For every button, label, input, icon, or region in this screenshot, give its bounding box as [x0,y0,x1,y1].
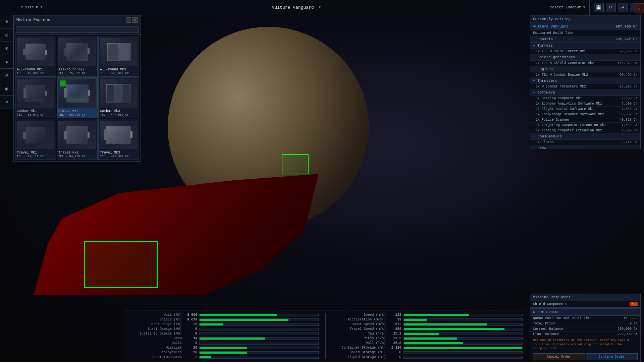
engines-expand[interactable]: + [533,67,535,71]
stat-bar-container [199,323,319,326]
shield-expand[interactable]: + [533,55,535,59]
stat-bar [404,319,428,321]
medium-engines-panel: Medium Engines — ✕ All-round Mk1 TEL - 1… [13,15,141,162]
confirm-order-button[interactable]: Confirm Order [586,353,638,360]
stat-value: 14 [184,337,197,340]
stat-label: Travel Speed (m/s) [332,327,386,331]
close-button[interactable]: ✕ [634,3,644,13]
engine-item-travel-mk3[interactable]: Travel Mk3 TEL - 429,302 Cr [98,119,139,160]
engine-item-allround-mk3[interactable]: All-round Mk3 TEL - 373,327 Cr [98,36,139,77]
turrets-category[interactable]: + Turrets [530,43,640,49]
sidebar-icon-2[interactable]: ◎ [0,28,13,42]
chevron-left-icon[interactable]: ▼ [21,5,23,9]
order-total-label: Total Price [533,322,555,325]
stat-row: Crew14 [128,337,319,340]
engine-item-travel-mk1[interactable]: Travel Mk1 TEL - 17,119 Cr [15,119,56,160]
stat-label: Missiles [128,346,182,350]
stat-label: Yaw (°/s) [332,332,386,336]
engine-price: TEL - 15,396 Cr [17,72,54,75]
ship-name-selector[interactable]: Vulture Vanguard ▼ [47,0,546,15]
stat-row: Shield (MJ)9,638 [128,318,319,321]
consumables-category[interactable]: + Consumables [530,133,640,140]
sidebar-icon-7[interactable]: ⊗ [0,96,13,109]
currently-editing-header: Currently editing [530,15,640,23]
sidebar-icon-6[interactable]: ◉ [0,82,13,96]
engine-thumb [17,38,54,66]
engine-thumb: ✓ [58,79,96,108]
stat-row: Radar Range (km)25 [128,322,319,326]
refresh-button[interactable]: ⟳ [606,3,616,12]
turrets-expand[interactable]: + [533,44,535,48]
engine-thumb [17,79,54,108]
stat-row: Roll (°/s)36.8 [332,341,523,345]
engines-category[interactable]: + Engines [530,66,640,72]
stat-bar-container [199,337,319,340]
engine-item-travel-mk2[interactable]: Travel Mk2 TEL - 84,758 Cr [57,119,98,160]
ship-name-row: Vulture Vanguard 987,985 Cr [530,23,640,30]
stat-row: Hull (MJ)8,000 [128,313,319,317]
stat-row: Container Storage (m³)1,320 [332,346,523,350]
engine-name: Travel Mk3 [100,150,138,155]
sidebar-icon-5[interactable]: ⊛ [0,69,13,82]
engine-item-combat-mk3[interactable]: Combat Mk3 TEL - 447,959 Cr [98,77,139,118]
engine-price: TEL - 18,842 Cr [17,113,54,117]
crew-expand[interactable]: + [533,146,535,149]
left-sidebar: ⊕ ◎ ⊙ ◈ ⊛ ◉ ⊗ [0,15,13,109]
crew-category[interactable]: + Crew [530,145,640,149]
minimize-button[interactable]: — [126,17,131,23]
order-balance-row: Current Balance 200,000 Cr [530,326,640,332]
engine-item-allround-mk1[interactable]: All-round Mk1 TEL - 15,396 Cr [15,36,56,77]
stat-bar-container [199,342,319,345]
stat-bar-container [199,314,319,316]
stat-label: Solid Storage (m³) [332,351,386,354]
engine-price: TEL - 17,119 Cr [17,155,54,158]
sidebar-icon-1[interactable]: ⊕ [0,15,13,28]
engine-thumb [58,121,96,149]
software-item-6: 1x Targeting Computer Extension Mk1 7,50… [530,123,640,128]
consumables-expand[interactable]: + [533,134,535,138]
stat-row: Liquid Storage (m³)0 [332,355,523,359]
engine-item-allround-mk2[interactable]: All-round Mk2 TEL - 75,572 Cr [57,36,98,77]
stat-bar [404,333,439,335]
software-expand[interactable]: + [533,90,535,95]
software-category[interactable]: + Software [530,89,640,96]
panel-controls: — ✕ [126,17,138,23]
shield-category[interactable]: + Shield generators [530,54,640,61]
stat-bar [200,347,247,349]
engines-item-1: 1x TEL M Combat Engine Mk2 90,499 Cr [530,72,640,78]
chevron-right-icon[interactable]: ▼ [40,5,43,9]
ship-dropdown-arrow[interactable]: ▼ [319,5,321,9]
stat-value: 19 [388,318,401,321]
engine-grid: All-round Mk1 TEL - 15,396 Cr All-round … [14,35,141,161]
stat-bar-container [199,333,319,335]
loadout-selector[interactable]: Select Loadout ▼ [546,0,590,15]
stat-label: Speed (m/s) [332,313,386,317]
stat-label: Deployables [128,351,182,354]
search-input[interactable] [16,26,139,33]
build-time-value: -- [634,31,638,35]
save-button[interactable]: 💾 [594,3,604,12]
order-final-value: 200,000 Cr [618,333,638,336]
chassis-category[interactable]: + Chassis 205,942 Cr [530,36,640,43]
sidebar-icon-4[interactable]: ◈ [0,55,13,69]
stat-row: Missiles20 [128,346,319,350]
stats-divider [325,313,326,359]
chassis-expand[interactable]: + [533,37,535,41]
stat-bar-container [199,347,319,349]
engine-thumb [58,38,96,66]
stat-value: 31.5 [388,337,401,340]
engine-item-combat-mk2[interactable]: ✓ Combat Mk2 TEL - 90,499 Cr [57,77,98,118]
thrusters-category[interactable]: + Thrusters [530,78,640,84]
undo-button[interactable]: ↩ [618,3,628,12]
loadout-dropdown-arrow[interactable]: ▼ [583,5,585,9]
engine-glow-left [84,241,158,288]
thrusters-expand[interactable]: + [533,79,535,83]
engine-item-combat-mk1[interactable]: Combat Mk1 TEL - 18,842 Cr [15,77,56,118]
missing-resource-name: Shield Components [533,302,567,306]
sidebar-icon-3[interactable]: ⊙ [0,42,13,55]
close-panel-button[interactable]: ✕ [132,17,138,23]
size-selector[interactable]: ▼ Size M ▼ [17,0,47,15]
stat-value: 9,638 [184,318,197,321]
cancel-order-button[interactable]: Cancel Order [533,353,585,360]
engine-price: TEL - 373,327 Cr [100,72,138,75]
